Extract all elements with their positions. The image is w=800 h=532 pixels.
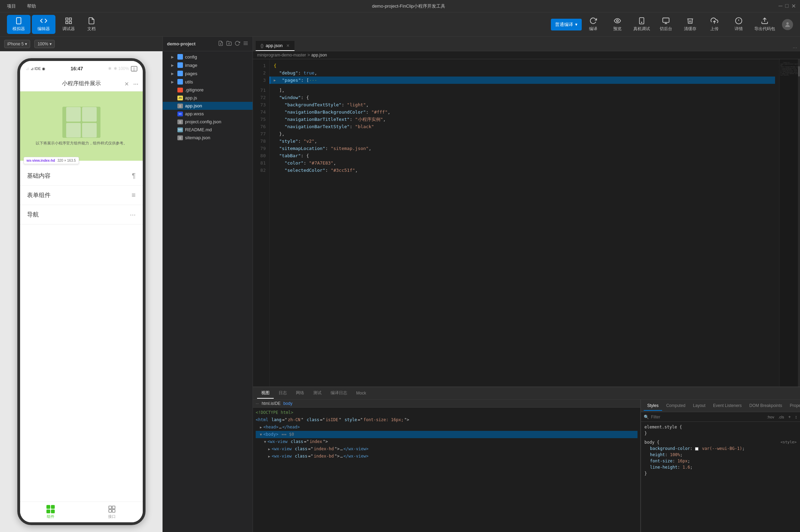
tree-arrow-pages: ▶ [171,72,175,76]
dom-tree: <!DOCTYPE html> <html lang="zh-CN" class… [253,408,640,532]
tree-item-readme[interactable]: MD README.md [163,126,253,134]
phone-tab-component[interactable]: 组件 [20,502,81,522]
phone-close-icon[interactable]: ✕ [124,80,129,87]
devtools-tab-view[interactable]: 视图 [257,388,274,399]
tree-item-pages[interactable]: ▶ pages [163,69,253,78]
styles-tab-events[interactable]: Event Listeners [710,401,745,411]
zoom-select[interactable]: 100% ▾ [34,40,55,48]
dom-line-body[interactable]: ▼<body> == $0 [256,431,638,438]
devtools-nav-htmlide[interactable]: html.isIDE [262,401,281,406]
simulator-btn[interactable]: 模拟器 [7,15,30,34]
styles-tab-dom-bp[interactable]: DOM Breakpoints [746,401,786,411]
devtools-tab-network[interactable]: 网络 [292,388,308,399]
phone-tab-api[interactable]: 接口 [81,502,143,522]
collapse-tree-icon[interactable] [243,41,248,47]
tab-more-icon[interactable]: ··· [793,45,797,51]
detail-btn[interactable]: 详情 [730,17,747,32]
style-block-element: element.style { } [644,424,797,436]
user-avatar[interactable] [782,19,793,30]
export-btn[interactable]: 导出代码包 [754,17,775,32]
hero-cell-4 [82,123,97,138]
menu-project[interactable]: 项目 [4,2,19,11]
code-line-1: { [274,62,775,69]
devtools-tab-mock[interactable]: Mock [352,389,370,398]
phone-more-icon[interactable]: ··· [133,80,138,87]
style-prop-lineheight: line-height: 1.6; [644,464,797,470]
devtools-tab-log[interactable]: 日志 [274,388,291,399]
clear-cache-btn[interactable]: 清缓存 [682,17,699,32]
style-block-body: body { <style> background-color: var(--w… [644,439,797,477]
simulator-panel: iPhone 5 ▾ 100% ▾ ⊿ ⊿ IDE ◉ 16:47 ✱ [0,37,163,532]
style-selector-element: element.style { [644,424,797,430]
tree-item-projectjson[interactable]: {} project.config.json [163,118,253,126]
devtools-nav-body[interactable]: body [283,401,292,406]
code-line-81: "color": "#7A7E83", [274,159,775,167]
code-content[interactable]: { "debug": true, ▶ "pages": [··· ], "win… [270,59,779,387]
code-line-82: "selectedColor": "#3cc51f", [274,167,775,174]
json-icon-appjson: {} [177,104,183,108]
debugger-btn[interactable]: 调试器 [57,15,80,34]
tab-close-icon[interactable]: ✕ [286,43,290,48]
tree-item-appwxss[interactable]: wx app.wxss [163,110,253,118]
dom-line-wx-view-bd[interactable]: ▶<wx-view class="index-bd">…</wx-view> [256,453,638,460]
phone-section-nav[interactable]: 导航 ··· [20,205,143,224]
devtools-tab-test[interactable]: 测试 [309,388,326,399]
maximize-button[interactable]: □ [785,3,789,9]
battery-label: ✱ 100% [114,66,129,71]
tooltip-badge: wx-view.index-hd 320 × 163.5 [24,157,79,164]
tree-item-appjs[interactable]: JS app.js [163,94,253,102]
dom-line-html[interactable]: <html lang="zh-CN" class="isIDE" style="… [256,416,638,424]
styles-tab-styles[interactable]: Styles [644,401,662,411]
devtools-view-tabs: 视图 日志 网络 测试 编译日志 Mock [253,387,800,400]
refresh-tree-icon[interactable] [235,41,240,47]
docs-btn[interactable]: 文档 [82,15,101,34]
dom-line-head[interactable]: ▶<head>…</head> [256,424,638,431]
close-button[interactable]: ✕ [791,3,796,9]
devtools-tab-compile-log[interactable]: 编译日志 [326,388,351,399]
filter-cls[interactable]: .cls [778,415,784,419]
real-debug-btn[interactable]: 真机调试 [633,17,650,32]
device-select[interactable]: iPhone 5 ▾ [4,40,30,48]
tree-item-config[interactable]: ▶ config [163,53,253,61]
tree-item-image[interactable]: ▶ image [163,61,253,69]
compile-btn[interactable]: 编译 [584,17,602,32]
filter-hov[interactable]: :hov [767,415,774,419]
svg-rect-18 [109,506,112,509]
dom-line-wx-view-hd[interactable]: ▶<wx-view class="index-hd">…</wx-view> [256,445,638,453]
phone-section-form[interactable]: 表单组件 ≡ [20,186,143,205]
color-swatch-bg [695,447,698,451]
tree-item-sitemap[interactable]: {} sitemap.json [163,134,253,142]
git-icon-gitignore: . [177,88,183,92]
section-form-icon: ≡ [132,191,136,199]
menu-help[interactable]: 帮助 [24,2,39,11]
styles-filter-input[interactable] [651,415,765,419]
phone-mockup: ⊿ ⊿ IDE ◉ 16:47 ✱ ✱ 100% ▓ 小程序组件展示 ··· ✕ [17,58,146,525]
cut-backend-btn[interactable]: 切后台 [657,17,675,32]
tab-appjson[interactable]: {} app.json ✕ [256,41,294,51]
tree-item-utils[interactable]: ▶ utils [163,78,253,86]
styles-tab-computed[interactable]: Computed [663,401,689,411]
phone-section-basic[interactable]: 基础内容 ¶ [20,166,143,186]
tree-item-appjson[interactable]: {} app.json [163,102,253,110]
svg-rect-3 [69,18,71,20]
code-line-71: ], [274,87,775,94]
new-folder-icon[interactable] [226,41,232,47]
folder-icon-image [177,62,183,68]
tree-item-gitignore[interactable]: . .gitignore [163,86,253,94]
editor-btn[interactable]: 编辑器 [32,15,55,34]
filter-layout-icon[interactable]: ↕ [795,414,798,419]
code-line-77: }, [274,130,775,138]
styles-tab-props[interactable]: Properties [786,401,800,411]
compile-select-btn[interactable]: 普通编译 ▾ [551,19,582,30]
section-basic-icon: ¶ [132,172,136,180]
dom-line-wx-view-index[interactable]: ▼<wx-view class="index"> [256,438,638,445]
upload-btn[interactable]: 上传 [706,17,723,32]
filter-add[interactable]: + [788,414,791,419]
styles-tab-layout[interactable]: Layout [689,401,709,411]
preview-btn[interactable]: 预览 [609,17,626,32]
new-file-icon[interactable] [218,41,223,47]
code-line-73: "backgroundTextStyle": "light", [274,101,775,108]
minimize-button[interactable]: ─ [779,3,782,9]
phone-hero: 以下将展示小程序官方组件能力，组件样式仅供参考。 wx-view.index-h… [20,91,143,161]
json-icon-sitemap: {} [177,135,183,140]
